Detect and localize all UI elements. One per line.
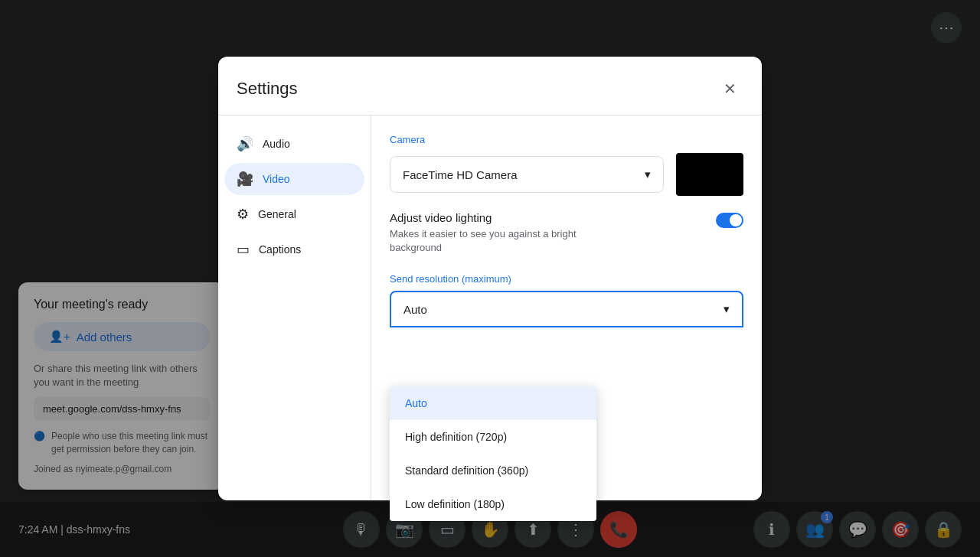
lighting-desc: Makes it easier to see you against a bri…: [390, 227, 589, 255]
video-nav-label: Video: [263, 173, 290, 185]
captions-nav-icon: ▭: [237, 241, 250, 258]
audio-nav-label: Audio: [263, 138, 290, 150]
camera-selected-value: FaceTime HD Camera: [403, 168, 517, 181]
resolution-hd720-label: High definition (720p): [405, 431, 507, 443]
captions-nav-label: Captions: [259, 243, 301, 256]
resolution-ld180-label: Low definition (180p): [405, 498, 505, 510]
resolution-option-sd360[interactable]: Standard definition (360p): [390, 454, 596, 487]
lighting-toggle[interactable]: ✓: [716, 213, 743, 228]
toggle-check-icon: ✓: [734, 216, 740, 224]
resolution-selected-value: Auto: [403, 303, 427, 316]
resolution-dropdown-arrow: ▾: [724, 302, 730, 316]
resolution-option-ld180[interactable]: Low definition (180p): [390, 487, 596, 521]
nav-item-general[interactable]: ⚙ General: [224, 198, 364, 230]
settings-nav: 🔊 Audio 🎥 Video ⚙ General ▭ Captions: [218, 116, 371, 500]
resolution-dropdown-list: Auto High definition (720p) Standard def…: [390, 386, 596, 521]
audio-nav-icon: 🔊: [237, 135, 253, 152]
camera-dropdown-arrow: ▾: [645, 168, 651, 181]
nav-item-video[interactable]: 🎥 Video: [224, 163, 364, 195]
settings-content: Camera FaceTime HD Camera ▾ Adjust video…: [371, 116, 762, 500]
camera-select[interactable]: FaceTime HD Camera ▾: [390, 156, 664, 193]
modal-overlay: Settings ✕ 🔊 Audio 🎥 Video ⚙ General: [0, 0, 980, 557]
nav-item-captions[interactable]: ▭ Captions: [224, 233, 364, 265]
resolution-option-auto[interactable]: Auto: [390, 386, 596, 420]
lighting-row: Adjust video lighting Makes it easier to…: [390, 211, 743, 255]
resolution-label: Send resolution (maximum): [390, 273, 743, 285]
resolution-auto-label: Auto: [405, 397, 427, 409]
settings-header: Settings ✕: [218, 57, 762, 116]
resolution-select[interactable]: Auto ▾: [390, 291, 743, 327]
resolution-option-hd720[interactable]: High definition (720p): [390, 420, 596, 454]
camera-preview: [676, 153, 743, 196]
settings-body: 🔊 Audio 🎥 Video ⚙ General ▭ Captions: [218, 116, 762, 500]
settings-title: Settings: [237, 79, 298, 99]
general-nav-label: General: [258, 208, 296, 220]
resolution-sd360-label: Standard definition (360p): [405, 464, 528, 477]
nav-item-audio[interactable]: 🔊 Audio: [224, 128, 364, 160]
close-icon: ✕: [724, 80, 737, 98]
close-settings-button[interactable]: ✕: [716, 75, 743, 103]
lighting-text: Adjust video lighting Makes it easier to…: [390, 211, 589, 255]
camera-section-label: Camera: [390, 134, 743, 145]
video-nav-icon: 🎥: [237, 171, 253, 187]
settings-dialog: Settings ✕ 🔊 Audio 🎥 Video ⚙ General: [218, 57, 762, 500]
lighting-title: Adjust video lighting: [390, 211, 589, 224]
camera-row: FaceTime HD Camera ▾: [390, 153, 743, 196]
general-nav-icon: ⚙: [237, 206, 249, 223]
